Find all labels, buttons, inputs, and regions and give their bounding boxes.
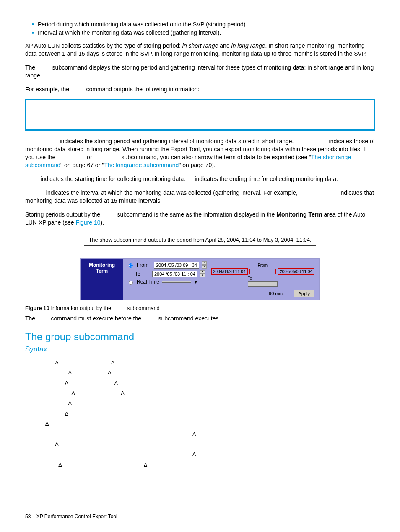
apply-button[interactable]: Apply [294,290,314,297]
paragraph: The show subcommand displays the storing… [25,64,375,80]
page-footer: 58 XP Performance Control Export Tool [25,514,117,519]
paragraph: Short Range indicates the storing period… [25,137,375,169]
paragraph: The login command must execute before th… [25,315,375,323]
date-spinner[interactable]: ▲▼ [200,270,205,277]
figure-caption: Figure 10 Information output by the show… [25,305,375,312]
realtime-input[interactable] [162,281,191,283]
code-output-box [25,99,375,131]
to-label: To [135,271,150,277]
bullet-list: Period during which monitoring data was … [25,21,375,36]
from-slider[interactable] [249,269,276,274]
slider-from-header: From [249,263,276,268]
from-date-input[interactable]: 2004 /05 /03 09 : 34 [154,262,199,269]
to-date-input[interactable]: 2004 /05 /03 11 : 04 [152,271,197,277]
figure-10: The show subcommand outputs the period f… [25,234,375,300]
paragraph: XP Auto LUN collects statistics by the t… [25,42,375,58]
monitoring-term-panel: Monitoring Term From 2004 /05 /03 09 : 3… [80,258,320,300]
section-heading-group: The group subcommand [25,331,375,343]
panel-title: Monitoring Term [81,259,123,300]
paragraph: Storing periods output by the show subco… [25,211,375,227]
from-radio[interactable] [129,263,133,268]
callout-connector [200,246,200,258]
subsection-heading-syntax: Syntax [25,345,375,354]
realtime-radio[interactable] [129,281,133,285]
paragraph: Interval indicates the interval at which… [25,189,375,205]
from-value-highlight: 2004/04/28 11:04 [211,268,248,275]
link-figure10[interactable]: Figure 10 [75,219,100,226]
date-spinner[interactable]: ▲▼ [202,261,207,269]
syntax-block: Δ Δ Δ Δ Δ Δ Δ Δ Δ Δ Δ Δ Δ [42,358,375,470]
to-slider[interactable] [248,281,278,287]
link-longrange[interactable]: The longrange subcommand [104,162,179,168]
bullet-item: Period during which monitoring data was … [38,21,375,28]
duration-label: 90 min. [269,291,284,296]
paragraph: From indicates the starting time for col… [25,175,375,183]
to-value-highlight: 2004/05/03 11:04 [278,268,314,275]
figure-callout: The show subcommand outputs the period f… [84,234,316,246]
slider-to-header: To [248,276,278,281]
paragraph: For example, the show command outputs th… [25,85,375,93]
from-label: From [137,262,151,268]
bullet-item: Interval at which the monitoring data wa… [38,29,375,36]
realtime-label: Real Time [137,279,159,285]
